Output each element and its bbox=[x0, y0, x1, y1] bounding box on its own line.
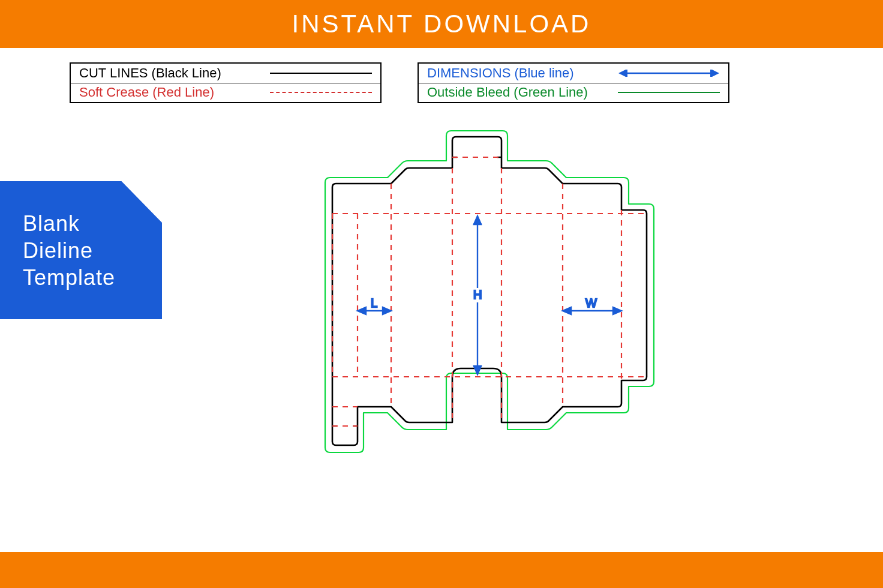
legend-label: CUT LINES (Black Line) bbox=[79, 65, 252, 81]
solid-line-icon bbox=[264, 67, 372, 79]
svg-marker-25 bbox=[563, 307, 571, 314]
dimension-arrows: H L W bbox=[358, 216, 621, 374]
legend-row: CUT LINES (Black Line) Soft Crease (Red … bbox=[70, 62, 735, 103]
legend-box-left: CUT LINES (Black Line) Soft Crease (Red … bbox=[70, 62, 382, 103]
bleed-path bbox=[325, 131, 654, 452]
banner-bottom bbox=[0, 552, 883, 588]
badge-blank-dieline: Blank Dieline Template bbox=[0, 181, 162, 319]
arrow-line-icon bbox=[612, 67, 720, 79]
legend-box-right: DIMENSIONS (Blue line) Outside Bleed (Gr… bbox=[418, 62, 729, 103]
banner-top: INSTANT DOWNLOAD bbox=[0, 0, 883, 48]
legend-dimensions: DIMENSIONS (Blue line) bbox=[419, 64, 728, 83]
dim-L: L bbox=[371, 296, 377, 310]
svg-marker-26 bbox=[613, 307, 621, 314]
svg-marker-22 bbox=[358, 307, 366, 314]
legend-label: DIMENSIONS (Blue line) bbox=[427, 65, 600, 81]
svg-marker-18 bbox=[474, 216, 481, 224]
svg-marker-23 bbox=[383, 307, 391, 314]
legend-outside-bleed: Outside Bleed (Green Line) bbox=[419, 83, 728, 103]
dim-H: H bbox=[473, 288, 482, 301]
legend-soft-crease: Soft Crease (Red Line) bbox=[71, 83, 380, 103]
badge-line3: Template bbox=[23, 264, 162, 291]
banner-title: INSTANT DOWNLOAD bbox=[292, 10, 591, 38]
dim-W: W bbox=[585, 296, 597, 310]
dieline-diagram: H L W bbox=[322, 127, 657, 493]
legend-cut-lines: CUT LINES (Black Line) bbox=[71, 64, 380, 83]
badge-line1: Blank bbox=[23, 210, 162, 237]
dash-line-icon bbox=[264, 86, 372, 98]
green-line-icon bbox=[612, 86, 720, 98]
badge-line2: Dieline bbox=[23, 237, 162, 264]
legend-label: Soft Crease (Red Line) bbox=[79, 85, 252, 100]
cut-outline bbox=[332, 137, 647, 445]
crease-lines bbox=[332, 157, 647, 426]
legend-label: Outside Bleed (Green Line) bbox=[427, 85, 600, 100]
